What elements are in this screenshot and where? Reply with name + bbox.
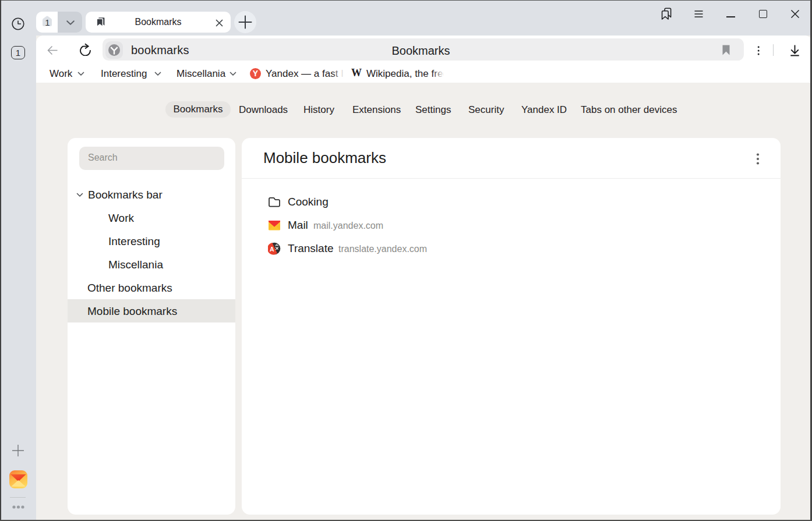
svg-text:A: A bbox=[270, 246, 274, 253]
